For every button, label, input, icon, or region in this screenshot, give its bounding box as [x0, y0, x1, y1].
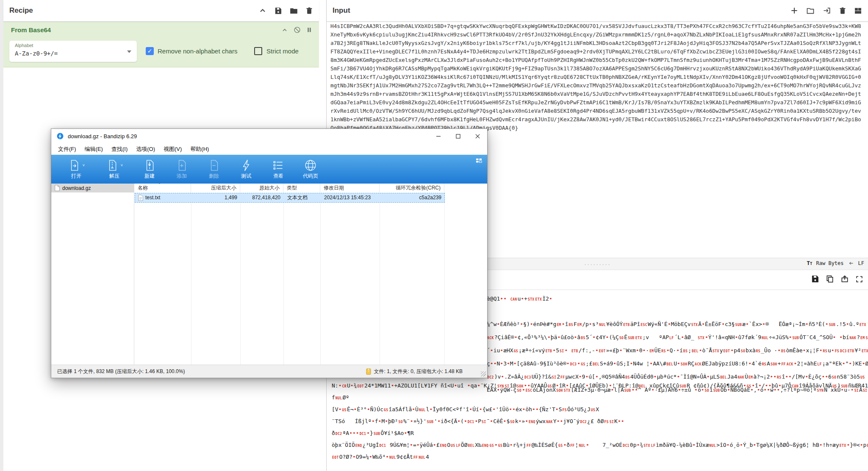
strict-mode-label: Strict mode — [266, 47, 299, 55]
bandizip-titlebar[interactable]: download.gz - Bandizip 6.29 — [51, 129, 487, 143]
bandizip-window[interactable]: download.gz - Bandizip 6.29 文件(F) 编辑(E) … — [51, 128, 488, 378]
list-header-row[interactable]: ˆ 名称 压缩后大小 原始大小 类型 修改日期 循环冗余检验(CRC) — [134, 184, 487, 192]
alphabet-field[interactable]: Alphabet A-Za-z0-9+/= — [9, 41, 137, 62]
column-modified-date[interactable]: 修改日期 — [320, 184, 380, 192]
archive-tree-panel: download.gz — [51, 184, 134, 365]
status-archive-summary: 文件: 1, 文件夹: 0, 压缩包大小: 1.48 KB — [374, 368, 463, 375]
text-file-icon — [138, 195, 143, 201]
file-crc: c5a2a239 — [380, 193, 445, 203]
toolbar-open-button[interactable]: ˅ 打开 — [57, 159, 95, 180]
menu-edit[interactable]: 编辑(E) — [80, 145, 107, 153]
disable-operation-icon[interactable] — [294, 26, 301, 33]
character-encoding-value[interactable]: Raw Bytes — [816, 260, 844, 266]
menu-find[interactable]: 查找(I) — [107, 145, 132, 153]
output-text-bottom[interactable]: N:•CRU•¾EOT24*1MW11•+AZOLU1[L¥1FY ñî<U•u… — [332, 380, 868, 463]
sort-ascending-icon: ˆ — [159, 183, 160, 187]
eol-arrow-icon[interactable] — [848, 261, 854, 266]
file-type: 文本文档 — [284, 193, 321, 203]
clear-recipe-trash-icon[interactable] — [305, 7, 313, 15]
minimize-window-icon[interactable] — [429, 129, 448, 143]
load-recipe-folder-icon[interactable] — [289, 7, 298, 15]
file-original-size: 872,418,420 — [241, 193, 284, 203]
toolbar-add-button[interactable]: 添加 — [166, 159, 198, 180]
add-input-tab-icon[interactable] — [790, 6, 799, 15]
column-packed-size[interactable]: 压缩后大小 — [191, 184, 240, 192]
toolbar-codepage-button[interactable]: 代码页 — [294, 159, 327, 180]
column-original-size[interactable]: 原始大小 — [240, 184, 283, 192]
column-name[interactable]: 名称 — [134, 184, 191, 192]
toolbar-test-button[interactable]: 测试 — [230, 159, 262, 180]
archive-file-list: ˆ 名称 压缩后大小 原始大小 类型 修改日期 循环冗余检验(CRC) test… — [134, 184, 487, 365]
input-textarea[interactable]: H4sICBPmW2cAA3Rlc3QudHh0ALVXbXOiSBD+7q+g… — [330, 22, 868, 134]
toolbar-delete-button[interactable]: 删除 — [198, 159, 230, 180]
bandizip-statusbar: 已选择 1 个文件, 832 MB (压缩后大小: 1.46 KB, 100.0… — [51, 365, 487, 378]
character-encoding-icon[interactable]: TT — [807, 260, 812, 266]
save-output-icon[interactable] — [811, 275, 819, 283]
column-divider — [191, 192, 191, 365]
save-recipe-icon[interactable] — [274, 7, 282, 15]
column-divider — [240, 192, 241, 365]
alphabet-field-label: Alphabet — [15, 43, 33, 48]
menu-options[interactable]: 选项(O) — [132, 145, 159, 153]
tree-item-download-gz[interactable]: download.gz — [51, 184, 134, 192]
recipe-title: Recipe — [9, 6, 33, 15]
copy-output-icon[interactable] — [826, 275, 834, 283]
file-modified-date: 2024/12/13 15:45:23 — [321, 193, 380, 203]
alphabet-field-value: A-Za-z0-9+/= — [15, 50, 58, 57]
input-header: Input — [327, 0, 868, 22]
replace-input-with-output-icon[interactable] — [840, 275, 849, 283]
operation-title: From Base64 — [11, 26, 51, 33]
collapse-operation-icon[interactable] — [281, 27, 288, 33]
menu-file[interactable]: 文件(F) — [54, 145, 80, 153]
window-resize-grip[interactable] — [481, 371, 486, 376]
status-selection-text: 已选择 1 个文件, 832 MB (压缩后大小: 1.46 KB, 100.0… — [57, 368, 185, 375]
maximize-output-icon[interactable] — [855, 275, 863, 283]
file-packed-size: 1,499 — [191, 193, 241, 203]
column-divider — [380, 192, 380, 365]
alphabet-dropdown-caret-icon[interactable] — [127, 50, 131, 53]
recipe-header: Recipe — [3, 0, 319, 22]
open-input-icon[interactable] — [822, 6, 832, 15]
bandizip-toolbar: ˅ 打开 ˅ 解压 新建 添加 删除 测试 查看 代码页 — [51, 155, 487, 184]
breakpoint-pause-icon[interactable] — [306, 27, 312, 33]
archive-file-icon — [55, 185, 60, 191]
toolbar-new-button[interactable]: 新建 — [133, 159, 166, 180]
toolbar-layout-grid-icon[interactable] — [476, 158, 482, 164]
input-layout-grid-icon[interactable] — [854, 7, 862, 15]
archive-zip-icon — [366, 368, 371, 375]
column-crc[interactable]: 循环冗余检验(CRC) — [380, 184, 444, 192]
eol-value[interactable]: LF — [858, 260, 864, 266]
bandizip-menubar: 文件(F) 编辑(E) 查找(I) 选项(O) 视图(V) 帮助(H) — [51, 143, 487, 155]
maximize-window-icon[interactable] — [448, 129, 468, 143]
strict-mode-checkbox[interactable] — [254, 47, 262, 55]
bandizip-window-title: download.gz - Bandizip 6.29 — [68, 133, 137, 139]
bandizip-logo-icon — [56, 132, 64, 140]
toolbar-extract-button[interactable]: ˅ 解压 — [95, 159, 133, 180]
column-divider — [320, 192, 321, 365]
remove-non-alphabet-checkbox[interactable]: ✓ — [146, 47, 154, 55]
menu-help[interactable]: 帮助(H) — [186, 145, 213, 153]
toolbar-view-button[interactable]: 查看 — [262, 159, 294, 180]
open-file-folder-icon[interactable] — [806, 6, 815, 15]
menu-view[interactable]: 视图(V) — [159, 145, 186, 153]
bandizip-content: download.gz ˆ 名称 压缩后大小 原始大小 类型 修改日期 循环冗余… — [51, 184, 487, 365]
extract-dropdown-caret-icon[interactable]: ˅ — [121, 163, 123, 167]
column-type[interactable]: 类型 — [283, 184, 320, 192]
pane-splitter-handle[interactable]: ········· — [584, 260, 611, 268]
remove-non-alphabet-label: Remove non-alphabet chars — [158, 47, 237, 55]
column-divider — [283, 192, 284, 365]
clear-input-trash-icon[interactable] — [839, 7, 846, 15]
open-dropdown-caret-icon[interactable]: ˅ — [83, 163, 85, 167]
collapse-recipe-icon[interactable] — [258, 6, 267, 15]
operation-from-base64[interactable]: From Base64 Alphabet A-Za-z0-9+/= ✓ Remo… — [3, 21, 319, 67]
close-window-icon[interactable] — [468, 129, 487, 143]
file-name: test.txt — [145, 193, 160, 203]
input-title: Input — [333, 6, 350, 15]
column-divider — [444, 192, 445, 365]
file-row-test-txt[interactable]: test.txt 1,499 872,418,420 文本文档 2024/12/… — [135, 193, 445, 203]
